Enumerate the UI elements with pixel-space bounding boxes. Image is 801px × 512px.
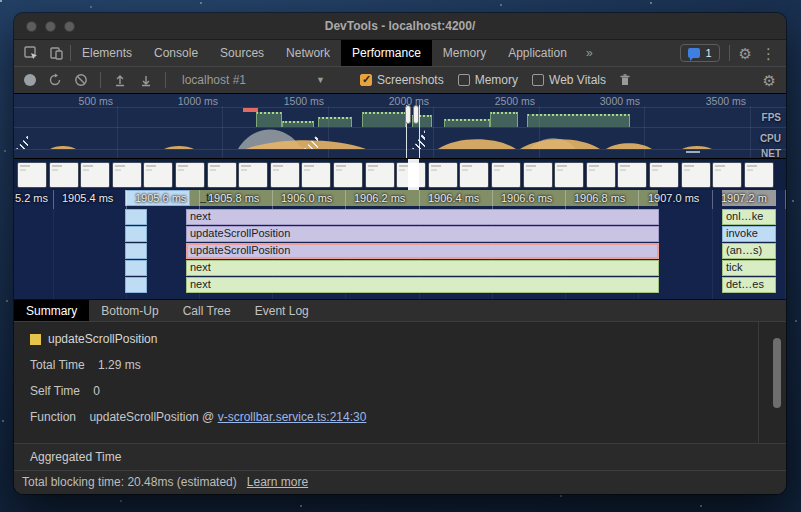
ruler-time-label: 5.2 ms <box>15 192 48 204</box>
legend-label: updateScrollPosition <box>48 332 157 346</box>
screenshot-frame[interactable] <box>144 163 172 187</box>
function-label: Function <box>30 410 76 424</box>
reload-icon[interactable] <box>48 73 62 87</box>
flame-bar[interactable] <box>125 243 147 259</box>
screenshot-frame[interactable] <box>176 163 204 187</box>
screenshot-frame[interactable] <box>713 163 741 187</box>
checkbox-label: Memory <box>475 73 518 87</box>
issues-badge[interactable]: 1 <box>680 44 719 62</box>
tab-application[interactable]: Application <box>497 40 578 66</box>
flame-row: updateScrollPosition(an…s) <box>14 243 786 260</box>
source-location-link[interactable]: v-scrollbar.service.ts:214:30 <box>218 410 367 424</box>
selection-handle-right[interactable] <box>413 105 419 124</box>
ruler-tick <box>272 190 273 209</box>
tab-elements[interactable]: Elements <box>71 40 143 66</box>
ruler-tick <box>53 190 54 209</box>
screenshot-frame[interactable] <box>18 163 46 187</box>
devtools-window: DevTools - localhost:4200/ ElementsConso… <box>14 13 786 494</box>
flame-bar-next[interactable]: next <box>186 277 659 293</box>
fps-drop-segment <box>243 108 258 112</box>
fps-bar-segment <box>256 112 282 127</box>
checkbox-web-vitals[interactable]: Web Vitals <box>532 73 606 87</box>
checkbox-box[interactable] <box>360 74 372 86</box>
capture-settings-gear-icon[interactable]: ⚙ <box>763 73 776 88</box>
flame-row: nextonl…ke <box>14 209 786 226</box>
tab-network[interactable]: Network <box>275 40 341 66</box>
screenshot-frame[interactable] <box>113 163 141 187</box>
screenshot-frame[interactable] <box>492 163 520 187</box>
screenshot-frame[interactable] <box>745 163 773 187</box>
more-tabs-button[interactable]: » <box>578 40 601 66</box>
screenshot-frame[interactable] <box>524 163 552 187</box>
flame-bar-updatescrollposition[interactable]: updateScrollPosition <box>186 226 659 242</box>
record-button[interactable] <box>24 74 36 86</box>
tab-sources[interactable]: Sources <box>209 40 275 66</box>
tab-memory[interactable]: Memory <box>432 40 497 66</box>
inspect-element-icon[interactable] <box>24 46 39 61</box>
ruler-time-label: 1905.8 ms <box>208 192 259 204</box>
details-tab-calltree[interactable]: Call Tree <box>171 300 243 321</box>
screenshot-frame[interactable] <box>650 163 678 187</box>
tab-performance[interactable]: Performance <box>341 40 432 66</box>
screenshot-frame[interactable] <box>618 163 646 187</box>
screenshot-frame[interactable] <box>50 163 78 187</box>
flame-bar-invoke[interactable]: invoke <box>722 226 776 242</box>
flame-bar-next[interactable]: next <box>186 260 659 276</box>
flame-chart[interactable]: _tr5.2 ms1905.4 ms1905.6 ms1905.8 ms1906… <box>14 190 786 299</box>
timeline-overview[interactable]: 500 ms1000 ms1500 ms2000 ms2500 ms3000 m… <box>14 94 786 158</box>
screenshot-frame[interactable] <box>555 163 583 187</box>
aggregated-time-header: Aggregated Time <box>14 443 786 470</box>
fps-bar-segment <box>490 112 518 127</box>
flame-bar[interactable] <box>125 260 147 276</box>
target-selector[interactable]: localhost #1 ▼ <box>178 71 348 89</box>
tab-console[interactable]: Console <box>143 40 209 66</box>
flame-bar-ans[interactable]: (an…s) <box>722 243 776 259</box>
screenshot-frame[interactable] <box>366 163 394 187</box>
checkbox-box[interactable] <box>532 74 544 86</box>
issues-count: 1 <box>705 47 711 59</box>
screenshot-frame[interactable] <box>429 163 457 187</box>
checkbox-box[interactable] <box>458 74 470 86</box>
details-tab-bar: SummaryBottom-UpCall TreeEvent Log <box>14 299 786 322</box>
summary-scrollbar[interactable] <box>773 338 781 408</box>
ruler-time-label: 1905.4 ms <box>62 192 113 204</box>
kebab-menu-icon[interactable]: ⋮ <box>761 46 776 61</box>
flame-bar[interactable] <box>125 277 147 293</box>
screenshot-frame[interactable] <box>682 163 710 187</box>
save-profile-icon[interactable] <box>139 73 153 87</box>
device-toolbar-icon[interactable] <box>49 46 64 61</box>
screenshot-frame[interactable] <box>460 163 488 187</box>
details-tab-eventlog[interactable]: Event Log <box>243 300 321 321</box>
total-time-label: Total Time <box>30 358 85 372</box>
checkbox-memory[interactable]: Memory <box>458 73 518 87</box>
flame-bar[interactable] <box>125 209 147 225</box>
screenshot-filmstrip[interactable] <box>14 158 786 190</box>
toolbar-checkboxes: ScreenshotsMemoryWeb Vitals <box>360 73 606 87</box>
screenshot-frame[interactable] <box>208 163 236 187</box>
flame-bar-tick[interactable]: tick <box>722 260 776 276</box>
screenshot-frame[interactable] <box>302 163 330 187</box>
flame-bar-updatescrollposition[interactable]: updateScrollPosition <box>186 243 659 259</box>
clear-icon[interactable] <box>74 73 88 87</box>
load-profile-icon[interactable] <box>113 73 127 87</box>
screenshot-frame[interactable] <box>334 163 362 187</box>
trash-icon[interactable] <box>618 73 632 87</box>
flame-bar-detes[interactable]: det…es <box>722 277 776 293</box>
flame-bar-onlke[interactable]: onl…ke <box>722 209 776 225</box>
learn-more-link[interactable]: Learn more <box>247 475 308 489</box>
selection-handle-left[interactable] <box>405 105 411 124</box>
screenshot-frame[interactable] <box>587 163 615 187</box>
panel-tabs-strip: ElementsConsoleSourcesNetworkPerformance… <box>71 40 578 66</box>
ruler-time-label: 1906.2 ms <box>354 192 405 204</box>
screenshot-frame[interactable] <box>271 163 299 187</box>
screenshot-frame[interactable] <box>81 163 109 187</box>
flame-bar-next[interactable]: next <box>186 209 659 225</box>
details-tab-bottomup[interactable]: Bottom-Up <box>89 300 170 321</box>
settings-gear-icon[interactable]: ⚙ <box>739 46 752 61</box>
checkbox-screenshots[interactable]: Screenshots <box>360 73 444 87</box>
ruler-time-label: 1906.8 ms <box>574 192 625 204</box>
details-tab-summary[interactable]: Summary <box>14 300 89 321</box>
screenshot-frame[interactable] <box>239 163 267 187</box>
flame-bar[interactable] <box>125 226 147 242</box>
summary-panel: updateScrollPosition Total Time 1.29 ms … <box>14 322 786 470</box>
